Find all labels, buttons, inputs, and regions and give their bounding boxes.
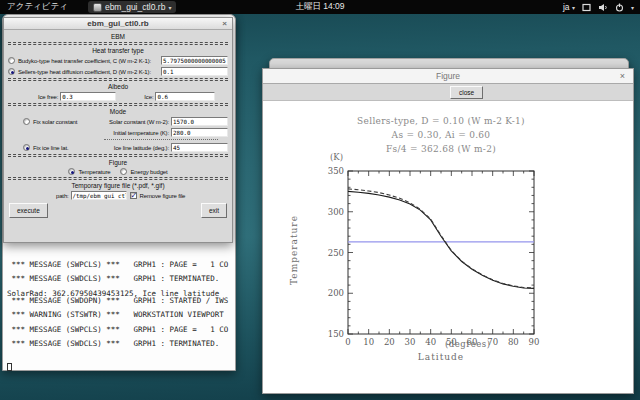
fix-ice-line-radio[interactable]: [23, 144, 30, 151]
budyko-radio[interactable]: [8, 57, 15, 64]
x-axis-unit: (degrees): [445, 339, 491, 349]
sellers-coefficient-field[interactable]: 0.1: [161, 67, 228, 76]
y-tick-label: 150: [328, 329, 344, 339]
mode-section-title: Mode: [8, 108, 228, 115]
control-window-title: ebm_gui_ctl0.rb: [87, 19, 148, 28]
x-tick-label: 90: [529, 337, 540, 347]
plot-title-line1: Sellers-type, D = 0.10 (W m-2 K-1): [291, 116, 591, 126]
power-icon[interactable]: [615, 3, 624, 12]
ice-albedo-field[interactable]: 0.6: [155, 92, 215, 101]
exit-button[interactable]: exit: [201, 203, 227, 218]
terminal-line: *** WARNING (STSWTR) *** WORKSTATION VIE…: [7, 311, 233, 318]
remove-figure-checkbox[interactable]: [130, 192, 137, 199]
temp-file-section-title: Temporary figure file (*.pdf, *.gif): [8, 182, 228, 189]
volume-icon[interactable]: [598, 3, 608, 12]
control-window-titlebar[interactable]: ebm_gui_ctl0.rb ×: [4, 18, 232, 30]
ice-label: Ice:: [144, 94, 153, 100]
figure-temperature-radio[interactable]: [68, 168, 75, 175]
x-tick-label: 80: [508, 337, 519, 347]
figure-section-title: Figure: [8, 159, 228, 166]
separator: [104, 139, 218, 140]
terminal-output: *** MESSAGE (SWPCLS) *** GRPH1 : PAGE = …: [7, 246, 233, 386]
focused-app-label: ebm_gui_ctl0.rb: [105, 2, 165, 12]
terminal-line: *** MESSAGE (SWPCLS) *** GRPH1 : PAGE = …: [7, 261, 233, 268]
fix-ice-line-label: Fix ice line lat.: [33, 145, 68, 151]
heat-transfer-section-title: Heat transfer type: [8, 47, 228, 54]
focused-app-button[interactable]: ebm_gui_ctl0.rb ▾: [88, 1, 177, 13]
terminal-cursor: [7, 363, 12, 371]
ice-line-latitude-field[interactable]: 45: [171, 143, 228, 152]
remove-figure-label: Remove figure file: [140, 193, 186, 199]
ice-free-label: Ice free:: [38, 94, 58, 100]
figure-energy-radio[interactable]: [120, 168, 127, 175]
separator: [8, 177, 228, 180]
x-tick-label: 10: [363, 337, 374, 347]
path-label: path:: [56, 193, 69, 199]
input-method-indicator[interactable]: ja ▾: [563, 2, 575, 12]
separator: [8, 103, 228, 106]
figure-path-field[interactable]: /tmp/ebm_gui_ctl0.rb: [71, 191, 127, 200]
y-tick-label: 250: [328, 248, 344, 258]
ice-free-albedo-field[interactable]: 0.3: [60, 92, 116, 101]
y-axis-unit: (K): [263, 152, 343, 162]
separator: [8, 42, 228, 45]
terminal-lines: *** MESSAGE (SWPCLS) *** GRPH1 : PAGE = …: [7, 261, 233, 348]
ebm-control-window: ebm_gui_ctl0.rb × EBM Heat transfer type…: [3, 17, 233, 243]
ebm-header: EBM: [8, 33, 228, 40]
terminal-line: *** MESSAGE (SWPCLS) *** GRPH1 : PAGE = …: [7, 326, 233, 333]
close-icon[interactable]: ×: [620, 69, 625, 84]
plot-frame: [348, 171, 534, 334]
y-tick-label: 300: [328, 207, 344, 217]
figure-window-title: Figure: [436, 71, 460, 81]
activities-button[interactable]: アクティビティ: [7, 1, 68, 13]
x-axis-label: Latitude: [348, 352, 534, 362]
figure-energy-label: Energy budget: [130, 169, 167, 175]
status-square-icon[interactable]: [582, 3, 591, 12]
initial-temperature-field[interactable]: 280.0: [171, 128, 228, 137]
fix-solar-label: Fix solar constant: [33, 119, 77, 125]
figure-toolbar: close: [263, 84, 633, 101]
plot-area: 0102030405060708090150200250300350 Selle…: [263, 102, 633, 393]
separator: [8, 154, 228, 157]
top-bar: アクティビティ ebm_gui_ctl0.rb ▾ 土曜日 14:09 ja ▾…: [0, 0, 640, 14]
close-icon[interactable]: ×: [222, 18, 227, 30]
x-tick-label: 0: [345, 337, 350, 347]
temperature-initial-curve: [348, 189, 534, 288]
separator: [8, 78, 228, 81]
solar-constant-field[interactable]: 1570.0: [171, 117, 228, 126]
sellers-label: Sellers-type heat diffusion coefficient,…: [18, 69, 161, 75]
y-tick-label: 350: [328, 166, 344, 176]
temperature-final-curve: [348, 191, 534, 288]
solar-constant-label: Solar constant (W m-2):: [109, 119, 169, 125]
terminal-line: *** MESSAGE (SWDOPN) *** GRPH1 : STARTED…: [7, 297, 233, 304]
close-figure-button[interactable]: close: [450, 86, 483, 99]
terminal-line: *** MESSAGE (SWDCLS) *** GRPH1 : TERMINA…: [7, 340, 233, 347]
chevron-down-icon: ▾: [572, 5, 575, 11]
terminal-line: *** MESSAGE (SWDCLS) *** GRPH1 : TERMINA…: [7, 275, 233, 282]
ice-line-latitude-label: Ice line latitude (deg.):: [114, 145, 169, 151]
x-tick-label: 30: [405, 337, 416, 347]
x-tick-label: 20: [384, 337, 395, 347]
figure-window: Figure × close 0102030405060708090150200…: [262, 68, 634, 394]
sellers-radio[interactable]: [8, 68, 15, 75]
app-icon: [93, 3, 102, 12]
execute-button[interactable]: execute: [9, 203, 48, 218]
chevron-down-icon: ▾: [168, 4, 171, 11]
initial-temperature-label: Initial temperature (K):: [113, 130, 169, 136]
y-tick-label: 200: [328, 288, 344, 298]
figure-temperature-label: Temperature: [78, 169, 110, 175]
fix-solar-radio[interactable]: [23, 118, 30, 125]
budyko-coefficient-field[interactable]: 5.7975000000000005: [161, 56, 228, 65]
chevron-down-icon[interactable]: ▾: [631, 4, 634, 11]
x-tick-label: 40: [425, 337, 436, 347]
y-axis-label: Temperature: [289, 195, 299, 305]
budyko-label: Budyko-type heat transfer coefficient, C…: [18, 58, 161, 64]
plot-title-line2: As = 0.30, Ai = 0.60: [291, 130, 591, 140]
albedo-section-title: Albedo: [8, 83, 228, 90]
figure-window-titlebar[interactable]: Figure ×: [263, 69, 633, 84]
